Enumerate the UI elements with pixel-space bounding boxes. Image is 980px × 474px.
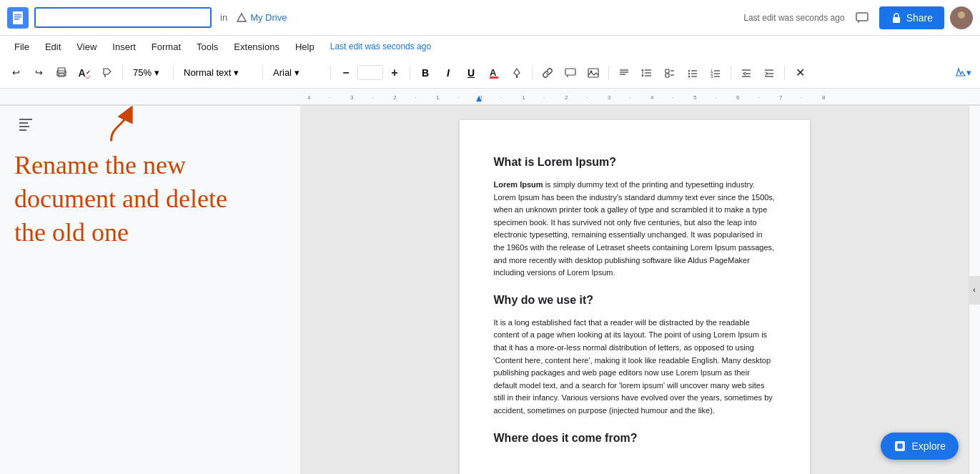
svg-rect-77 <box>19 129 26 131</box>
svg-text:2: 2 <box>393 94 397 101</box>
document-title-input[interactable]: New Document <box>34 7 212 28</box>
align-icon <box>618 67 630 79</box>
toolbar-separator-6 <box>532 66 533 80</box>
font-size-decrease-button[interactable]: − <box>336 63 356 83</box>
menu-format[interactable]: Format <box>144 39 188 55</box>
toolbar: ↩ ↪ A✓ 75% ▾ Normal text ▾ Arial ▾ − 11 … <box>0 57 980 89</box>
svg-text:5: 5 <box>693 94 697 101</box>
insert-comment-button[interactable] <box>560 63 580 83</box>
svg-text:·: · <box>801 94 802 101</box>
clear-formatting-button[interactable]: ✕ <box>790 63 810 83</box>
decrease-indent-button[interactable] <box>736 63 756 83</box>
print-button[interactable] <box>51 63 71 83</box>
main-area: Rename the new document and delete the o… <box>0 106 980 474</box>
svg-point-31 <box>688 72 690 74</box>
document-page: What is Lorem Ipsum? Lorem Ipsum is simp… <box>460 120 810 474</box>
svg-rect-17 <box>588 69 598 77</box>
insert-image-button[interactable] <box>583 63 603 83</box>
svg-rect-27 <box>665 74 669 77</box>
svg-marker-4 <box>237 14 246 21</box>
checklist-button[interactable] <box>660 63 680 83</box>
sidebar-collapse-button[interactable]: ‹ <box>969 276 980 305</box>
document-outline-icon[interactable] <box>14 113 37 136</box>
svg-rect-3 <box>14 19 19 20</box>
menu-insert[interactable]: Insert <box>105 39 143 55</box>
drive-link[interactable]: My Drive <box>236 12 287 24</box>
doc-paragraph-2: It is a long established fact that a rea… <box>494 317 776 418</box>
svg-rect-74 <box>19 119 32 120</box>
zoom-selector[interactable]: 75% ▾ <box>128 63 168 83</box>
menu-help[interactable]: Help <box>288 39 322 55</box>
redo-button[interactable]: ↪ <box>29 63 49 83</box>
svg-rect-2 <box>14 16 21 18</box>
paint-format-button[interactable] <box>97 63 117 83</box>
menu-view[interactable]: View <box>69 39 104 55</box>
explore-label: Explore <box>912 440 946 452</box>
highlight-color-button[interactable] <box>507 63 527 83</box>
style-value: Normal text <box>184 67 231 78</box>
svg-rect-75 <box>19 122 28 124</box>
comment-icon-button[interactable] <box>851 6 873 29</box>
zoom-chevron: ▾ <box>154 67 159 78</box>
insert-link-button[interactable] <box>538 63 558 83</box>
menu-file[interactable]: File <box>7 39 36 55</box>
top-bar: New Document in My Drive Last edit was s… <box>0 0 980 36</box>
toolbar-separator-7 <box>608 66 609 80</box>
svg-point-29 <box>688 69 690 71</box>
doc-heading-3: Where does it come from? <box>494 432 776 445</box>
svg-text:·: · <box>457 94 459 101</box>
increase-indent-icon <box>763 67 775 79</box>
paragraph-style-selector[interactable]: Normal text ▾ <box>179 63 257 83</box>
toolbar-separator-1 <box>122 66 123 80</box>
lock-icon <box>891 12 902 24</box>
document-scroll-area[interactable]: What is Lorem Ipsum? Lorem Ipsum is simp… <box>300 106 969 474</box>
svg-rect-16 <box>565 69 575 75</box>
explore-icon <box>894 440 906 453</box>
comment-icon <box>855 11 869 25</box>
svg-rect-25 <box>665 69 669 73</box>
increase-indent-button[interactable] <box>759 63 779 83</box>
svg-text:3: 3 <box>350 94 354 101</box>
svg-text:·: · <box>672 94 673 101</box>
bullet-list-button[interactable] <box>683 63 703 83</box>
svg-text:6: 6 <box>736 94 740 101</box>
font-family-selector[interactable]: Arial ▾ <box>268 63 325 83</box>
line-spacing-button[interactable] <box>637 63 657 83</box>
svg-text:1: 1 <box>522 94 525 101</box>
zoom-value: 75% <box>133 67 152 78</box>
explore-button[interactable]: Explore <box>881 433 959 460</box>
svg-text:7: 7 <box>779 94 783 101</box>
svg-text:3: 3 <box>608 94 611 101</box>
menu-extensions[interactable]: Extensions <box>227 39 287 55</box>
underline-button[interactable]: U <box>461 63 481 83</box>
comment-toolbar-icon <box>565 67 576 79</box>
font-size-increase-button[interactable]: + <box>385 63 405 83</box>
toolbar-separator-4 <box>330 66 331 80</box>
numbered-list-button[interactable]: 1. 2. 3. <box>706 63 726 83</box>
spell-check-button[interactable]: A✓ <box>74 63 94 83</box>
menu-edit[interactable]: Edit <box>38 39 68 55</box>
svg-text:·: · <box>758 94 759 101</box>
link-icon <box>542 67 553 79</box>
checklist-icon <box>664 67 675 79</box>
share-button[interactable]: Share <box>879 6 944 29</box>
undo-button[interactable]: ↩ <box>6 63 26 83</box>
toolbar-separator-9 <box>784 66 785 80</box>
toolbar-separator-2 <box>173 66 174 80</box>
text-align-button[interactable] <box>614 63 634 83</box>
svg-rect-0 <box>13 11 23 24</box>
italic-button[interactable]: I <box>438 63 458 83</box>
font-size-input[interactable]: 11 <box>357 65 383 80</box>
font-value: Arial <box>273 67 292 78</box>
last-edit-status: Last edit was seconds ago <box>743 13 844 23</box>
svg-rect-76 <box>19 126 29 127</box>
svg-text:·: · <box>586 94 588 101</box>
last-edit-menu[interactable]: Last edit was seconds ago <box>330 41 431 51</box>
svg-text:·: · <box>329 94 330 101</box>
menu-tools[interactable]: Tools <box>189 39 225 55</box>
decrease-indent-icon <box>741 67 752 79</box>
svg-point-7 <box>958 11 965 19</box>
font-color-button[interactable]: A <box>484 63 504 83</box>
suggest-edits-button[interactable]: ▾ <box>952 63 974 83</box>
bold-button[interactable]: B <box>415 63 435 83</box>
